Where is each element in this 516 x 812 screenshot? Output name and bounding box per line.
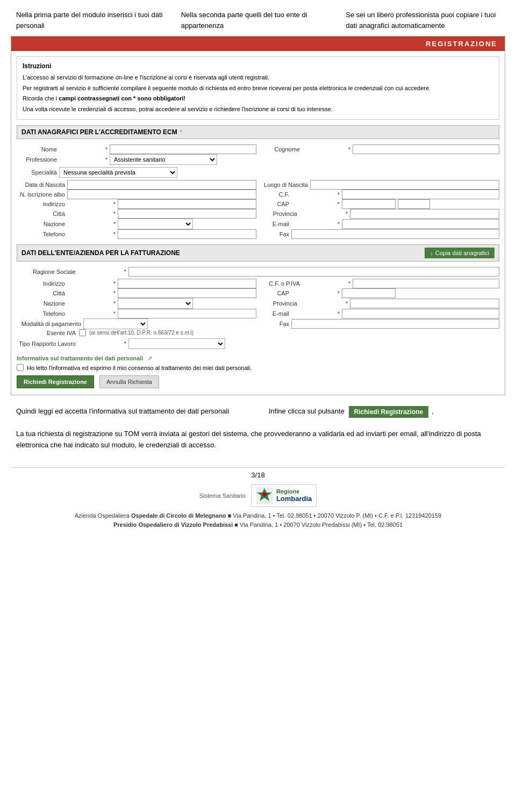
nazione2-select[interactable] [118, 298, 193, 309]
bottom-col1: Quindi leggi ed accetta l'informativa su… [16, 406, 247, 418]
ind2-cfpiva-row: Indirizzo * C.F. o P.IVA * [17, 279, 499, 288]
cf-req: * [291, 191, 340, 198]
bottom-col2: Infine clicca sul pulsante Richiedi Regi… [269, 406, 500, 418]
submit-button[interactable]: Richiedi Registrazione [17, 375, 94, 388]
telefono-fax-row: Telefono * Fax [17, 229, 499, 239]
telefono-input[interactable] [118, 229, 256, 239]
esente-iva-note: (ai sensi dell'art.10, D.P.R. n.663/72 e… [89, 330, 194, 336]
cap-req: * [291, 201, 340, 207]
nazione-label: Nazione [17, 221, 65, 227]
regione-lombardia-logo-icon [256, 487, 273, 504]
bottom-col2-intro: Infine clicca sul pulsante [269, 407, 345, 415]
ind2-field: Indirizzo * [17, 279, 256, 288]
cap-field: CAP * [260, 199, 499, 209]
submit-area: Richiedi Registrazione Annulla Richiesta [17, 375, 499, 388]
indirizzo-input[interactable] [118, 199, 256, 209]
modpag-select[interactable] [83, 318, 148, 329]
nazione-req: * [67, 221, 116, 227]
email-req: * [291, 221, 340, 227]
citta-label: Città [17, 211, 65, 217]
ind2-req: * [67, 280, 116, 287]
ind2-label: Indirizzo [17, 280, 65, 287]
cap-label: CAP [260, 201, 289, 207]
indirizzo-field: Indirizzo * [17, 199, 256, 209]
cap2-req: * [291, 290, 340, 296]
email-input[interactable] [342, 219, 499, 229]
copy-icon: ↓ [430, 250, 433, 256]
citta2-input[interactable] [118, 288, 256, 298]
cf-field: C.F. * [260, 190, 499, 199]
tel2-label: Telefono [17, 310, 65, 317]
nome-cognome-row: Nome * Cognome * [17, 144, 499, 154]
cancel-button[interactable]: Annulla Richiesta [99, 375, 159, 388]
iscrizione-cf-row: N. iscrizione albo C.F. * [17, 190, 499, 199]
bottom-col1-text: Quindi leggi ed accetta l'informativa su… [16, 407, 229, 415]
tel2-email2-row: Telefono * E-mail * [17, 309, 499, 318]
form-container: REGISTRAZIONE Istruzioni L'accesso al se… [11, 36, 505, 395]
bottom-col2-after: , [432, 407, 434, 415]
tipo-rapporto-row: Tipo Rapporto Lavoro * [17, 338, 499, 349]
esente-iva-row: Esente IVA (ai sensi dell'art.10, D.P.R.… [17, 329, 499, 336]
ind2-input[interactable] [118, 279, 256, 288]
ragione-req: * [78, 269, 126, 275]
prov2-label: Provincia [260, 300, 297, 307]
footer-logo-area: Sistema Sanitario Regione Lombardia [0, 484, 516, 507]
cf-input[interactable] [342, 190, 499, 199]
bottom-reg-button[interactable]: Richiedi Registrazione [349, 406, 429, 418]
top-instructions: Nella prima parte del modulo inserisci i… [0, 0, 516, 36]
provincia-field: Provincia * [260, 209, 499, 219]
citta2-cap2-row: Città * CAP * [17, 288, 499, 298]
nazione2-field: Nazione * [17, 298, 256, 309]
cognome-input[interactable] [353, 144, 499, 154]
email2-input[interactable] [342, 309, 499, 318]
footer-page-number: 3/18 [0, 471, 516, 479]
fax2-field: Fax [260, 318, 499, 329]
prov2-input[interactable] [350, 299, 499, 308]
professione-select[interactable]: Assistente sanitario [110, 154, 217, 165]
nazione2-req: * [67, 300, 116, 307]
bottom-two-col: Quindi leggi ed accetta l'informativa su… [16, 406, 500, 418]
luogo-nascita-input[interactable] [310, 180, 499, 190]
footer-address: Azienda Ospedaliera Ospedale di Circolo … [0, 511, 516, 535]
specialita-select[interactable]: Nessuna specialità prevista [59, 167, 177, 178]
ragione-input[interactable] [128, 267, 499, 277]
instruction-line2: Per registrarti al servizio è sufficient… [23, 84, 493, 93]
iscrizione-field: N. iscrizione albo [17, 190, 256, 199]
data-nascita-input[interactable] [67, 180, 256, 190]
nome-input[interactable] [110, 144, 256, 154]
cfpiva-input[interactable] [353, 279, 499, 288]
cfpiva-req: * [302, 280, 350, 287]
cap-input[interactable] [342, 199, 396, 209]
instruction-line1: L'accesso al servizio di formazione on-l… [23, 73, 493, 82]
iscrizione-input[interactable] [67, 190, 256, 199]
nazione-select[interactable] [118, 219, 193, 229]
privacy-checkbox[interactable] [17, 364, 24, 371]
fax-field: Fax [260, 229, 499, 239]
email-field: E-mail * [260, 219, 499, 229]
instruction-line4: Una volta ricevute le credenziali di acc… [23, 105, 493, 114]
email2-field: E-mail * [260, 309, 499, 318]
instruction-col3-text: Se sei un libero professionista puoi cop… [346, 11, 496, 30]
cap2-input[interactable] [342, 288, 396, 298]
logo-box: Regione Lombardia [251, 484, 317, 507]
luogo-nascita-label: Luogo di Nascita [260, 182, 308, 188]
footer-address-mid: Via Pandina, 1 • Tel. 02.98051 • 20070 V… [233, 512, 441, 519]
footer-address-line1: Azienda Ospedaliera Ospedale di Circolo … [0, 511, 516, 521]
indirizzo-label: Indirizzo [17, 201, 65, 207]
cap-input2[interactable] [398, 199, 430, 209]
tel2-input[interactable] [118, 309, 256, 318]
esente-iva-checkbox[interactable] [79, 329, 86, 336]
tel2-req: * [67, 310, 116, 317]
copy-dati-button[interactable]: ↓ Copia dati anagrafici [425, 248, 494, 258]
tipo-rapporto-select[interactable] [128, 338, 225, 349]
citta2-field: Città * [17, 288, 256, 298]
citta-req: * [67, 211, 116, 217]
fax2-input[interactable] [291, 319, 499, 329]
privacy-link[interactable]: Informativa sul trattamento dei dati per… [17, 355, 143, 361]
footer-logo-label: Sistema Sanitario [199, 492, 246, 499]
modpag-field: Modalità di pagamento [17, 318, 256, 329]
provincia-input[interactable] [350, 209, 499, 219]
instruction-col2: Nella seconda parte quelli del tuo ente … [181, 10, 335, 31]
fax-input[interactable] [291, 229, 499, 239]
citta-input[interactable] [118, 209, 256, 219]
